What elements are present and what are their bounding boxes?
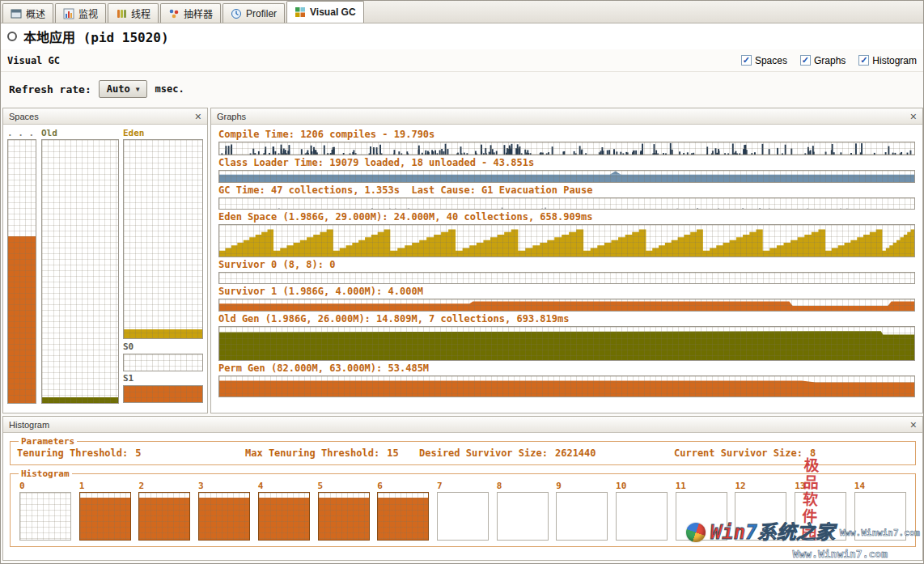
tab-label: 抽样器 <box>184 6 213 20</box>
tab-label: 线程 <box>131 6 150 20</box>
bin-fill <box>259 498 309 540</box>
graphs-panel: Graphs × Compile Time: 1206 compiles - 1… <box>210 108 923 413</box>
bin-box <box>377 492 429 541</box>
refresh-rate-row: Refresh rate: Auto ▼ msec. <box>1 72 923 106</box>
tab-threads[interactable]: 线程 <box>108 3 159 23</box>
bin-label: 5 <box>318 481 370 491</box>
bin-box <box>437 492 489 541</box>
graph-chart-class-loader-time <box>218 170 915 183</box>
bin-box <box>676 492 727 541</box>
bin-fill <box>139 498 189 540</box>
graph-row-class-loader-time: Class Loader Time: 19079 loaded, 18 unlo… <box>218 158 915 183</box>
graph-chart-gc-time <box>218 197 915 210</box>
graphs-close-button[interactable]: × <box>910 111 917 122</box>
graph-title-class-loader-time: Class Loader Time: 19079 loaded, 18 unlo… <box>218 158 915 168</box>
toggle-spaces[interactable]: ✓Spaces <box>741 55 787 66</box>
threads-icon <box>116 8 127 19</box>
refresh-rate-value: Auto <box>107 83 130 95</box>
spaces-close-button[interactable]: × <box>195 111 201 122</box>
bin-label: 4 <box>258 481 310 491</box>
graph-chart-old-gen <box>218 326 915 361</box>
bin-label: 2 <box>138 481 190 491</box>
graph-row-old-gen: Old Gen (1.986G, 26.000M): 14.809M, 7 co… <box>218 314 915 361</box>
bin-box <box>138 492 190 541</box>
parameter-value: 2621440 <box>555 447 596 459</box>
bin-box <box>735 492 786 541</box>
graph-row-eden-space: Eden Space (1.986G, 29.000M): 24.000M, 4… <box>218 212 915 257</box>
bin-fill <box>199 498 249 540</box>
parameters-group: Parameters Tenuring Threshold:5Max Tenur… <box>10 436 916 465</box>
graph-row-compile-time: Compile Time: 1206 compiles - 19.790s <box>218 129 915 155</box>
bin-label: 9 <box>556 481 608 491</box>
histogram-bin-4: 4 <box>258 481 310 541</box>
histogram-panel-header: Histogram × <box>3 417 922 433</box>
spaces-panel: Spaces × . . .OldEdenS0S1 <box>2 108 208 413</box>
bin-label: 0 <box>19 481 71 491</box>
graph-row-gc-time: GC Time: 47 collections, 1.353s Last Cau… <box>218 185 915 210</box>
parameter-label: Tenuring Threshold: <box>17 447 128 459</box>
application-node-icon <box>7 32 17 41</box>
bin-box <box>854 492 906 541</box>
histogram-group: Histogram 01234567891011121314 <box>10 469 916 547</box>
parameter-label: Max Tenuring Threshold: <box>245 447 379 459</box>
toggle-graphs[interactable]: ✓Graphs <box>800 55 846 66</box>
histogram-bin-14: 14 <box>854 481 906 541</box>
graph-title-survivor-0: Survivor 0 (8, 8): 0 <box>218 260 915 270</box>
parameter-value: 8 <box>810 447 816 459</box>
graph-chart-compile-time <box>218 142 915 155</box>
tab-overview[interactable]: 概述 <box>2 3 53 23</box>
toggle-label: Graphs <box>814 55 846 66</box>
parameters-row: Tenuring Threshold:5Max Tenuring Thresho… <box>17 447 909 459</box>
tab-visualgc[interactable]: Visual GC <box>286 1 363 23</box>
refresh-rate-dropdown[interactable]: Auto ▼ <box>99 80 148 98</box>
tab-bar: 概述监视线程抽样器ProfilerVisual GC <box>1 1 923 23</box>
bin-box <box>497 492 549 541</box>
chevron-down-icon: ▼ <box>136 86 140 93</box>
space-label-eden: Eden <box>123 128 145 138</box>
checkbox-icon: ✓ <box>800 55 811 66</box>
bin-box <box>795 492 846 541</box>
histogram-bin-8: 8 <box>497 481 549 541</box>
histogram-bin-3: 3 <box>198 481 250 541</box>
graph-title-perm-gen: Perm Gen (82.000M, 63.000M): 53.485M <box>218 363 915 374</box>
graphs-panel-header: Graphs × <box>211 108 922 125</box>
space-label-s0: S0 <box>123 341 134 352</box>
graph-row-survivor-1: Survivor 1 (1.986G, 4.000M): 4.000M <box>218 286 915 312</box>
sampler-icon <box>168 8 180 19</box>
view-toggles: ✓Spaces✓Graphs✓Histogram <box>741 55 917 66</box>
graph-title-survivor-1: Survivor 1 (1.986G, 4.000M): 4.000M <box>218 286 915 297</box>
refresh-rate-unit: msec. <box>155 83 184 95</box>
checkbox-icon: ✓ <box>741 55 752 66</box>
application-titlebar: 本地应用 (pid 15020) <box>1 23 923 49</box>
spaces-panel-header: Spaces × <box>3 108 207 125</box>
toggle-label: Histogram <box>872 55 917 66</box>
space-bar-perm <box>7 139 36 404</box>
bin-box <box>258 492 310 541</box>
space-label-perm: . . . <box>7 128 34 138</box>
application-pid: (pid 15020) <box>83 30 169 45</box>
graph-title-compile-time: Compile Time: 1206 compiles - 19.790s <box>218 129 915 140</box>
space-fill-perm <box>8 236 36 403</box>
bin-fill <box>80 498 130 540</box>
toggle-label: Spaces <box>755 55 787 66</box>
toggle-histogram[interactable]: ✓Histogram <box>858 55 917 66</box>
tab-profiler[interactable]: Profiler <box>223 3 285 23</box>
graph-chart-eden-space <box>218 224 915 257</box>
space-label-old: Old <box>41 128 57 138</box>
space-bar-old <box>41 139 119 404</box>
bin-box <box>318 492 370 541</box>
histogram-close-button[interactable]: × <box>910 419 917 430</box>
bin-box <box>616 492 668 541</box>
bin-label: 1 <box>79 481 131 491</box>
tab-monitor[interactable]: 监视 <box>55 3 106 23</box>
space-bar-s1 <box>123 385 203 403</box>
tab-sampler[interactable]: 抽样器 <box>160 3 221 23</box>
histogram-panel-title: Histogram <box>9 420 49 430</box>
spaces-panel-title: Spaces <box>9 112 39 121</box>
histogram-bin-13: 13 <box>795 481 846 541</box>
tab-label: Profiler <box>246 8 277 19</box>
bin-box <box>198 492 250 541</box>
graph-chart-survivor-0 <box>218 272 915 284</box>
bin-box <box>19 492 71 541</box>
histogram-panel: Histogram × Parameters Tenuring Threshol… <box>2 416 923 561</box>
